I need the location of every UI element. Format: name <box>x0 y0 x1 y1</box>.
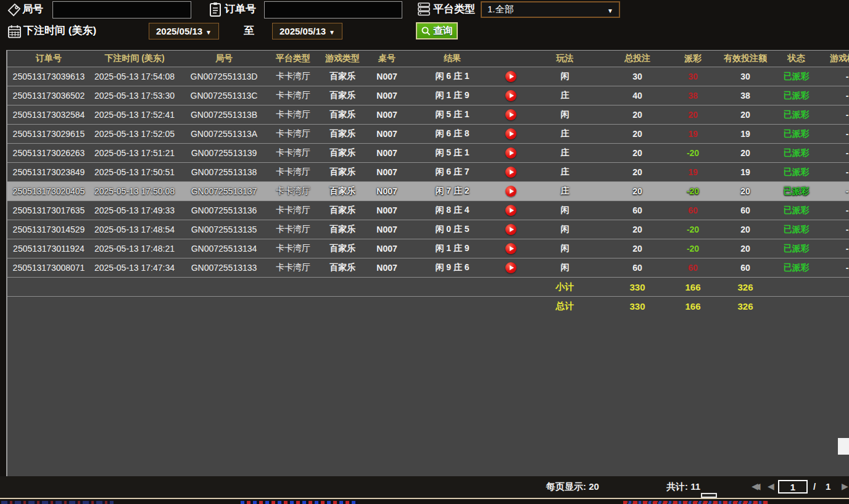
cell-bet-time: 2025-05-13 17:48:54 <box>90 225 179 234</box>
header-game-mode: 游戏模式 <box>819 53 849 64</box>
cell-round-number: GN00725513133 <box>179 263 269 273</box>
background-window-fragment <box>838 438 849 455</box>
table-row[interactable]: 2505131730296152025-05-13 17:52:05GN0072… <box>7 124 849 143</box>
header-result: 结果 <box>406 53 499 64</box>
cell-order: 250513173039613 <box>7 72 90 81</box>
cell-status: 已派彩 <box>773 224 819 235</box>
cell-payout: -20 <box>668 244 718 254</box>
order-number-label: 订单号 <box>225 2 256 16</box>
date-from-picker[interactable]: 2025/05/13 <box>149 23 219 39</box>
cell-round-number: GN00725513136 <box>179 205 269 215</box>
cell-bet-side: 庄 <box>523 128 607 139</box>
cell-status: 已派彩 <box>773 186 819 197</box>
subtotal-row: 小计330166326 <box>7 277 849 296</box>
cell-payout: -20 <box>668 225 718 234</box>
table-row[interactable]: 2505131730119242025-05-13 17:48:21GN0072… <box>7 239 849 258</box>
date-to-picker[interactable]: 2025/05/13 <box>272 23 342 39</box>
background-beads-fragment <box>241 501 358 504</box>
cell-valid-bet: 20 <box>718 186 773 196</box>
bet-time-label: 下注时间 (美东) <box>23 23 96 38</box>
cell-table-number: N007 <box>368 72 406 81</box>
search-button[interactable]: 查询 <box>416 22 458 39</box>
cell-bet-time: 2025-05-13 17:47:34 <box>90 263 179 273</box>
cell-round-number: GN00725513137 <box>179 186 269 196</box>
play-video-icon[interactable] <box>505 224 516 235</box>
cell-status: 已派彩 <box>773 167 819 178</box>
cell-status: 已派彩 <box>773 71 819 82</box>
cell-payout: -20 <box>668 186 718 196</box>
table-row[interactable]: 2505131730145292025-05-13 17:48:54GN0072… <box>7 220 849 239</box>
table-row[interactable]: 2505131730176352025-05-13 17:49:33GN0072… <box>7 200 849 220</box>
cell-platform: 卡卡湾厅 <box>269 243 317 254</box>
total-row-total-bet: 330 <box>607 301 668 312</box>
background-window-fragment <box>701 493 717 498</box>
play-video-icon[interactable] <box>505 186 516 197</box>
search-button-label: 查询 <box>433 25 453 38</box>
cell-result: 闲 9 庄 6 <box>406 262 499 273</box>
prev-page-icon[interactable] <box>768 481 774 491</box>
play-video-icon[interactable] <box>505 109 516 120</box>
play-video-icon[interactable] <box>505 262 516 273</box>
play-video-icon[interactable] <box>505 243 516 254</box>
table-row[interactable]: 2505131730325842025-05-13 17:52:41GN0072… <box>7 105 849 124</box>
cell-table-number: N007 <box>368 167 406 177</box>
cell-video <box>499 167 523 178</box>
cell-bet-time: 2025-05-13 17:50:08 <box>90 186 179 196</box>
header-game-type: 游戏类型 <box>317 53 368 64</box>
round-number-input[interactable] <box>52 1 191 19</box>
cell-video <box>499 71 523 82</box>
first-page-icon[interactable] <box>752 481 761 491</box>
cell-result: 闲 6 庄 1 <box>406 71 499 82</box>
table-row[interactable]: 2505131730262632025-05-13 17:51:21GN0072… <box>7 143 849 162</box>
cell-status: 已派彩 <box>773 128 819 139</box>
cell-platform: 卡卡湾厅 <box>269 262 317 273</box>
cell-payout: 60 <box>668 263 718 273</box>
play-video-icon[interactable] <box>505 90 516 101</box>
clipboard-icon <box>209 2 222 17</box>
background-beads-fragment <box>623 501 768 504</box>
cell-round-number: GN0072551313C <box>179 91 269 101</box>
cell-table-number: N007 <box>368 244 406 254</box>
cell-total-bet: 60 <box>607 263 668 273</box>
cell-total-bet: 40 <box>607 91 668 101</box>
table-row[interactable]: 2505131730238492025-05-13 17:50:51GN0072… <box>7 162 849 181</box>
play-video-icon[interactable] <box>505 167 516 178</box>
cell-round-number: GN00725513135 <box>179 225 269 234</box>
next-page-icon[interactable] <box>842 481 848 491</box>
order-number-input[interactable] <box>264 1 402 19</box>
cell-payout: 19 <box>668 167 718 177</box>
play-video-icon[interactable] <box>505 128 516 139</box>
date-to-value: 2025/05/13 <box>280 26 326 36</box>
table-row[interactable]: 2505131730204052025-05-13 17:50:08GN0072… <box>7 181 849 200</box>
cell-video <box>499 109 523 120</box>
table-row[interactable]: 2505131730080712025-05-13 17:47:34GN0072… <box>7 258 849 277</box>
cell-payout: 38 <box>668 91 718 101</box>
cell-game-mode: - <box>819 91 849 101</box>
cell-result: 闲 5 庄 1 <box>406 147 499 159</box>
platform-type-select[interactable]: 1.全部 <box>481 1 620 18</box>
cell-bet-side: 闲 <box>523 205 607 216</box>
platform-stack-icon <box>417 1 431 16</box>
cell-result: 闲 6 庄 8 <box>406 128 499 139</box>
cell-total-bet: 20 <box>607 225 668 234</box>
page-number-input[interactable] <box>778 480 808 494</box>
cell-total-bet: 20 <box>607 148 668 158</box>
header-bet-time: 下注时间 (美东) <box>90 53 179 64</box>
cell-video <box>499 262 523 273</box>
play-video-icon[interactable] <box>505 205 516 216</box>
chevron-down-icon <box>329 26 335 36</box>
cell-result: 闲 7 庄 2 <box>406 186 499 197</box>
cell-order: 250513173026263 <box>7 148 90 158</box>
table-row[interactable]: 2505131730365022025-05-13 17:53:30GN0072… <box>7 86 849 105</box>
play-video-icon[interactable] <box>505 71 516 82</box>
cell-game-mode: - <box>819 244 849 254</box>
cell-valid-bet: 19 <box>718 167 773 177</box>
cell-total-bet: 30 <box>607 72 668 81</box>
total-row-valid-bet: 326 <box>718 301 773 312</box>
cell-total-bet: 20 <box>607 186 668 196</box>
cell-table-number: N007 <box>368 129 406 139</box>
round-number-label: 局号 <box>22 2 43 16</box>
play-video-icon[interactable] <box>505 147 516 159</box>
table-row[interactable]: 2505131730396132025-05-13 17:54:08GN0072… <box>7 67 849 86</box>
cell-valid-bet: 20 <box>718 244 773 254</box>
